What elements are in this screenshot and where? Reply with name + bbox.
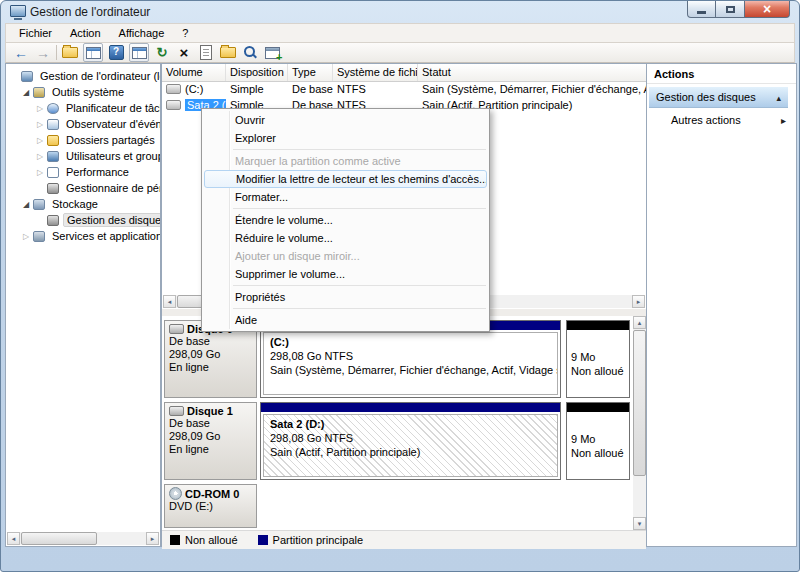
scroll-left-icon[interactable] (7, 532, 20, 545)
menu-explorer[interactable]: Explorer (202, 129, 489, 147)
tree-item-services-applications[interactable]: Services et applications (6, 228, 160, 244)
unallocated-disk1[interactable]: 9 Mo Non alloué (566, 402, 630, 480)
tree-item-planificateur[interactable]: Planificateur de tâches (6, 100, 160, 116)
expanded-icon[interactable] (21, 200, 31, 209)
tree-label: Planificateur de tâches (63, 101, 161, 115)
title-bar[interactable]: Gestion de l'ordinateur (1, 1, 799, 23)
collapse-arrow-icon[interactable] (776, 91, 781, 103)
computer-management-window: Gestion de l'ordinateur Fichier Action A… (0, 0, 800, 572)
collapsed-icon[interactable] (35, 168, 45, 177)
menu-modifier-lettre-lecteur[interactable]: Modifier la lettre de lecteur et les che… (204, 170, 487, 188)
column-volume[interactable]: Volume (162, 64, 226, 81)
computer-icon (21, 71, 33, 82)
tree-label: Outils système (49, 85, 127, 99)
scroll-left-icon[interactable] (163, 295, 176, 308)
menu-affichage[interactable]: Affichage (110, 25, 174, 41)
tree-item-computer-management[interactable]: Gestion de l'ordinateur (local) (6, 68, 160, 84)
menu-etendre-volume[interactable]: Étendre le volume... (202, 211, 489, 229)
volume-list-header: Volume Disposition Type Système de fichi… (162, 64, 646, 82)
cdrom-label[interactable]: CD-ROM 0 DVD (E:) Aucun média (164, 484, 257, 528)
add-snap-in-icon[interactable] (263, 44, 281, 61)
column-statut[interactable]: Statut (418, 64, 646, 81)
collapsed-icon[interactable] (35, 136, 45, 145)
help-icon[interactable] (107, 44, 125, 61)
menu-separator (233, 208, 486, 209)
storage-icon (33, 199, 45, 210)
submenu-arrow-icon (781, 114, 786, 126)
menu-supprimer-volume[interactable]: Supprimer le volume... (202, 265, 489, 283)
disk-1-row: Disque 1 De base 298,09 Go En ligne Sata… (164, 402, 630, 480)
menu-help[interactable]: ? (173, 25, 197, 41)
collapsed-icon[interactable] (21, 232, 31, 241)
partition-size: 298,08 Go NTFS (270, 431, 551, 445)
collapsed-icon[interactable] (35, 120, 45, 129)
menu-fichier[interactable]: Fichier (10, 25, 61, 41)
delete-icon[interactable] (175, 44, 193, 61)
tree-item-outils-systeme[interactable]: Outils système (6, 84, 160, 100)
back-icon[interactable] (12, 44, 30, 61)
column-disposition[interactable]: Disposition (226, 64, 288, 81)
snap-in-window-icon (265, 47, 280, 59)
expanded-icon[interactable] (21, 88, 31, 97)
minimize-button[interactable] (687, 1, 716, 18)
volume-fs: NTFS (333, 81, 418, 97)
tree-item-gestion-des-disques[interactable]: Gestion des disques (6, 212, 160, 228)
scrollbar-thumb[interactable] (21, 532, 97, 545)
scroll-down-icon[interactable] (633, 517, 646, 530)
partition-sata2-selected[interactable]: Sata 2 (D:) 298,08 Go NTFS Sain (Actif, … (260, 402, 561, 480)
cd-rom-icon (169, 487, 182, 500)
cdrom-drive: DVD (E:) (169, 500, 252, 513)
column-type[interactable]: Type (288, 64, 333, 81)
device-manager-icon (47, 183, 59, 194)
menu-ouvrir[interactable]: Ouvrir (202, 111, 489, 129)
tree-label: Performance (63, 165, 132, 179)
tree-item-dossiers-partages[interactable]: Dossiers partagés (6, 132, 160, 148)
tree-item-utilisateurs[interactable]: Utilisateurs et groupes l (6, 148, 160, 164)
tree-item-performance[interactable]: Performance (6, 164, 160, 180)
show-window-icon[interactable] (129, 43, 149, 62)
menu-action[interactable]: Action (61, 25, 110, 41)
column-systeme-fichiers[interactable]: Système de fichiers (333, 64, 418, 81)
open-icon[interactable] (219, 44, 237, 61)
actions-item-autres-actions[interactable]: Autres actions (647, 108, 796, 130)
properties-icon[interactable] (197, 44, 215, 61)
menu-formater[interactable]: Formater... (202, 188, 489, 206)
actions-group-gestion-des-disques[interactable]: Gestion des disques (649, 87, 788, 108)
find-icon[interactable] (241, 44, 259, 61)
tree-item-gestionnaire-peripheriques[interactable]: Gestionnaire de périphé (6, 180, 160, 196)
primary-partition-legend-label: Partition principale (273, 534, 364, 546)
maximize-button[interactable] (716, 1, 744, 18)
minimize-icon (697, 11, 706, 14)
volume-row-c[interactable]: (C:) Simple De base NTFS Sain (Système, … (162, 81, 646, 97)
unallocated-size: 9 Mo (571, 432, 625, 446)
menu-aide[interactable]: Aide (202, 311, 489, 329)
close-button[interactable] (744, 1, 790, 18)
tree-item-stockage[interactable]: Stockage (6, 196, 160, 212)
disk-graphical-view: Disque 0 De base 298,09 Go En ligne (C:)… (162, 316, 646, 530)
menu-reduire-volume[interactable]: Réduire le volume... (202, 229, 489, 247)
toolbar (5, 43, 795, 63)
tree-item-observateur[interactable]: Observateur d'événeme (6, 116, 160, 132)
show-console-tree-icon[interactable] (83, 43, 103, 62)
unallocated-disk0[interactable]: 9 Mo Non alloué (566, 320, 630, 398)
collapsed-icon[interactable] (35, 104, 45, 113)
collapsed-icon[interactable] (35, 152, 45, 161)
disk-vertical-scrollbar[interactable] (633, 316, 646, 530)
scroll-up-icon[interactable] (633, 316, 646, 329)
tree-label: Stockage (49, 197, 101, 211)
refresh-icon[interactable] (153, 44, 171, 61)
menu-proprietes[interactable]: Propriétés (202, 288, 489, 306)
scroll-right-icon[interactable] (146, 532, 159, 545)
disk-1-label[interactable]: Disque 1 De base 298,09 Go En ligne (164, 402, 257, 480)
cdrom-row: CD-ROM 0 DVD (E:) Aucun média (164, 484, 630, 528)
maximize-icon (726, 6, 735, 13)
tree-horizontal-scrollbar[interactable] (7, 532, 159, 545)
actions-header: Actions (647, 64, 796, 84)
unallocated-band (567, 321, 629, 330)
legend-bar: Non alloué Partition principale (162, 530, 646, 549)
scroll-right-icon[interactable] (632, 295, 645, 308)
console-tree: Gestion de l'ordinateur (local) Outils s… (6, 64, 160, 244)
scrollbar-thumb[interactable] (633, 330, 646, 476)
forward-icon[interactable] (34, 44, 52, 61)
export-folder-icon[interactable] (61, 44, 79, 61)
